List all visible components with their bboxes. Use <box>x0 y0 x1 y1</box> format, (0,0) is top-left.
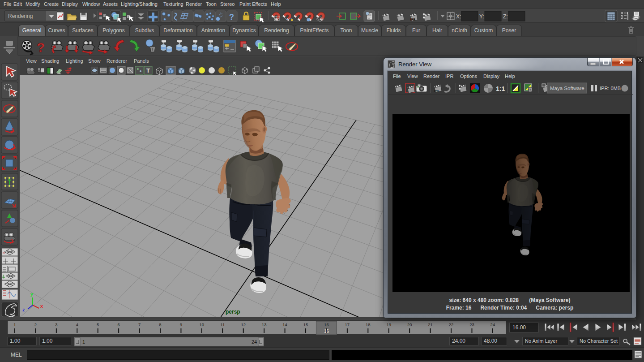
svg-text:16: 16 <box>324 322 329 327</box>
svg-text:2: 2 <box>34 322 37 327</box>
svg-text:1: 1 <box>13 322 16 327</box>
svg-text:15: 15 <box>303 322 308 327</box>
svg-text:11: 11 <box>220 322 225 327</box>
svg-text:3: 3 <box>55 322 57 327</box>
svg-text:16: 16 <box>324 329 329 334</box>
svg-text:1:1: 1:1 <box>496 85 505 92</box>
svg-text:Render View: Render View <box>398 61 432 68</box>
svg-text:IPR: 0MB: IPR: 0MB <box>600 86 621 91</box>
svg-text:T: T <box>146 67 150 74</box>
svg-text:18: 18 <box>366 322 371 327</box>
svg-text:z: z <box>22 307 25 312</box>
svg-text:Rendering: Rendering <box>8 13 33 19</box>
svg-text:22: 22 <box>449 322 454 327</box>
svg-text:7: 7 <box>138 322 141 327</box>
svg-text:8: 8 <box>159 322 161 327</box>
svg-text:Maya Software: Maya Software <box>550 86 584 91</box>
svg-text:12: 12 <box>241 322 246 327</box>
svg-text:x: x <box>40 303 43 309</box>
svg-text:17: 17 <box>345 322 350 327</box>
svg-text:13: 13 <box>262 322 267 327</box>
svg-text:y: y <box>30 291 34 297</box>
svg-text:9: 9 <box>180 322 182 327</box>
svg-text:?: ? <box>37 40 45 55</box>
svg-text:19: 19 <box>386 322 391 327</box>
svg-text:24: 24 <box>490 322 495 327</box>
svg-text:24: 24 <box>252 339 257 345</box>
svg-text:21: 21 <box>428 322 433 327</box>
svg-text:10: 10 <box>200 322 205 327</box>
svg-text:Y:: Y: <box>479 13 484 20</box>
svg-text:20: 20 <box>407 322 412 327</box>
svg-text:14: 14 <box>282 322 287 327</box>
svg-text:Z:: Z: <box>503 13 508 20</box>
svg-text:6: 6 <box>118 322 120 327</box>
svg-text:IPR: IPR <box>434 90 439 92</box>
svg-text:1: 1 <box>82 339 85 345</box>
svg-text:IPR: IPR <box>410 18 415 21</box>
svg-text:X:: X: <box>456 13 461 20</box>
svg-text:persp: persp <box>226 309 240 315</box>
svg-text:5: 5 <box>97 322 99 327</box>
svg-text:?: ? <box>229 13 234 22</box>
svg-text:23: 23 <box>469 322 474 327</box>
svg-text:4: 4 <box>76 322 78 327</box>
